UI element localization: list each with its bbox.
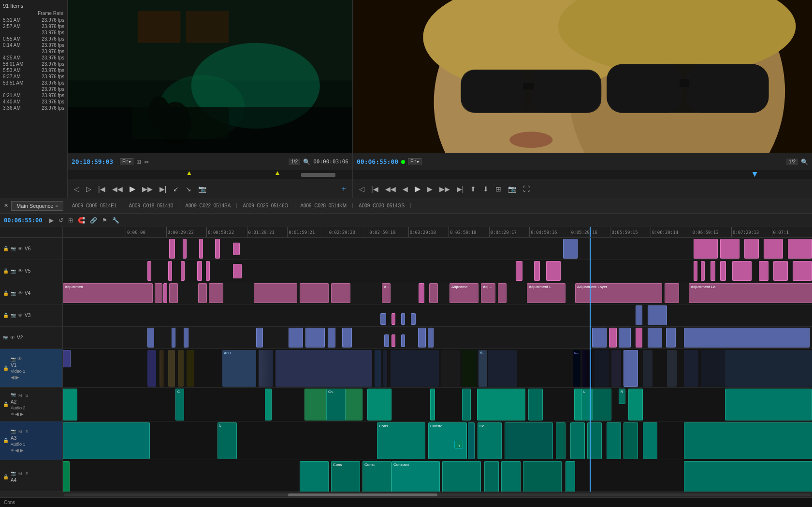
- media-item[interactable]: 23.976 fps: [0, 48, 67, 55]
- v2-clip-7[interactable]: [328, 328, 335, 348]
- v4-adj-4[interactable]: [198, 283, 207, 303]
- tl-markers[interactable]: ⚑: [101, 217, 109, 224]
- a2-clip-12[interactable]: [628, 389, 643, 420]
- source-scrubber[interactable]: [68, 170, 352, 179]
- v1-clip-4[interactable]: [168, 350, 175, 387]
- v2-clip-2[interactable]: [172, 328, 175, 348]
- v6-clip-5[interactable]: [233, 243, 240, 255]
- scrollbar-thumb[interactable]: [288, 493, 437, 496]
- a3-clip-4[interactable]: [468, 422, 475, 459]
- prog-play[interactable]: ▶: [412, 183, 423, 194]
- v4-eye[interactable]: 👁: [18, 290, 23, 296]
- v4-adj-11[interactable]: Adjustme: [450, 283, 478, 303]
- a2-lock[interactable]: 🔒: [3, 402, 9, 407]
- a3-clip-2[interactable]: L: [218, 422, 237, 459]
- v1-clip-10[interactable]: [383, 350, 387, 387]
- v6-lock[interactable]: 🔒: [3, 246, 9, 251]
- v3-clip-1[interactable]: [380, 313, 386, 325]
- v1-clip-12[interactable]: [441, 350, 460, 387]
- tl-zoom-tool[interactable]: ⊞: [67, 217, 74, 224]
- a4-clip-8[interactable]: [684, 461, 812, 492]
- v5-clip-5[interactable]: [206, 261, 210, 281]
- timeline-ruler[interactable]: 0:00:00 0:00:29:23 0:00:59:22 0:01:29:21…: [0, 227, 812, 238]
- a2-clip-13[interactable]: [725, 389, 812, 420]
- a3-clip-3[interactable]: Cons: [377, 422, 425, 459]
- v2-clip-1[interactable]: [147, 328, 154, 348]
- media-item[interactable]: 58:01 AM23.976 fps: [0, 61, 67, 67]
- v5-clip-13[interactable]: [720, 261, 726, 281]
- tl-selection-tool[interactable]: ▶: [48, 217, 55, 224]
- v6-clip-11[interactable]: [788, 239, 812, 259]
- program-ratio[interactable]: 1/2: [786, 159, 798, 165]
- a3-clip-9[interactable]: [607, 422, 621, 459]
- a2-clip-l[interactable]: L: [581, 389, 591, 420]
- source-fit-dropdown[interactable]: Fit ▾: [120, 158, 133, 165]
- media-item[interactable]: 3:36 AM23.976 fps: [0, 105, 67, 111]
- a4-clip-const2[interactable]: Const: [362, 461, 392, 492]
- a2-clip-2[interactable]: C: [175, 389, 184, 420]
- v3-clip-2[interactable]: [392, 313, 395, 325]
- a4-clip-3[interactable]: [442, 461, 481, 492]
- a4-track-row[interactable]: Cons Const Constant: [63, 460, 812, 492]
- v5-clip-10[interactable]: [694, 261, 697, 281]
- v5-clip-17[interactable]: [793, 261, 812, 281]
- v6-clip-8[interactable]: [720, 239, 740, 259]
- v4-clip-2[interactable]: [419, 283, 424, 303]
- v2-clip-11[interactable]: [401, 334, 405, 347]
- mark-out-btn[interactable]: ▷: [84, 184, 94, 194]
- v6-clip-6[interactable]: [563, 239, 578, 259]
- go-to-out-btn[interactable]: ▶|: [157, 184, 169, 194]
- v2-clip-16[interactable]: [619, 328, 631, 348]
- mark-in-btn[interactable]: ◁: [72, 184, 82, 194]
- tl-ripple-tool[interactable]: ↺: [57, 217, 65, 224]
- a2-clip-7[interactable]: [462, 389, 471, 420]
- v1-clip-13[interactable]: [462, 350, 477, 387]
- media-item[interactable]: 5:53 AM23.976 fps: [0, 67, 67, 73]
- tl-link[interactable]: 🔗: [88, 217, 99, 224]
- a2-m-btn[interactable]: M: [17, 392, 23, 398]
- v5-clip-1[interactable]: [147, 261, 151, 281]
- a2-clip-11[interactable]: [592, 389, 611, 420]
- v1-clip-1[interactable]: [63, 350, 71, 367]
- v2-track-row[interactable]: [63, 327, 812, 349]
- a4-m-btn[interactable]: M: [17, 471, 23, 477]
- v1-clip-a00[interactable]: A00: [222, 350, 256, 387]
- media-item[interactable]: 9:37 AM23.976 fps: [0, 73, 67, 80]
- a2-clip-8[interactable]: [477, 389, 525, 420]
- v6-clip-2[interactable]: [183, 239, 187, 259]
- v3-clip-5[interactable]: [636, 305, 642, 325]
- a4-clip-7[interactable]: [566, 461, 575, 492]
- v1-clip-shutter[interactable]: shutt: [573, 350, 580, 387]
- add-btn[interactable]: +: [339, 184, 348, 194]
- a4-clip-constant[interactable]: Constant: [392, 461, 440, 492]
- v5-clip-2[interactable]: [168, 261, 172, 281]
- v2-clip-12[interactable]: [418, 328, 426, 348]
- prog-fullscreen[interactable]: ⛶: [521, 184, 532, 194]
- v1-clip-a01[interactable]: A01: [478, 350, 487, 387]
- v5-lock[interactable]: 🔒: [3, 268, 9, 274]
- media-item[interactable]: 23.976 fps: [0, 29, 67, 36]
- v2-clip-14[interactable]: [592, 328, 607, 348]
- v6-clip-3[interactable]: [199, 239, 203, 259]
- v5-clip-4[interactable]: [197, 261, 202, 281]
- a3-clip-11[interactable]: [643, 422, 657, 459]
- v4-clip-1[interactable]: [163, 283, 167, 303]
- v1-clip-18[interactable]: [624, 350, 638, 387]
- sequence-tab[interactable]: Main Sequence ≡: [11, 201, 63, 211]
- v6-clip-9[interactable]: [744, 239, 759, 259]
- a4-clip-5[interactable]: [501, 461, 521, 492]
- v1-clip-21[interactable]: [684, 350, 698, 387]
- a4-clip-4[interactable]: [484, 461, 499, 492]
- v2-clip-5[interactable]: [289, 328, 303, 348]
- v3-clip-6[interactable]: [648, 305, 667, 325]
- v1-clip-6[interactable]: [187, 350, 194, 387]
- a2-clip-5[interactable]: [367, 389, 392, 420]
- a3-clip-1[interactable]: [63, 422, 150, 459]
- v2-clip-10[interactable]: [392, 334, 395, 347]
- a3-m-btn[interactable]: M: [17, 429, 23, 435]
- v1-clip-5[interactable]: [178, 350, 184, 387]
- v2-clip-19[interactable]: [666, 328, 676, 348]
- v5-clip-16[interactable]: [773, 261, 788, 281]
- v1-clip-14[interactable]: [488, 350, 517, 387]
- v2-clip-15[interactable]: [609, 328, 617, 348]
